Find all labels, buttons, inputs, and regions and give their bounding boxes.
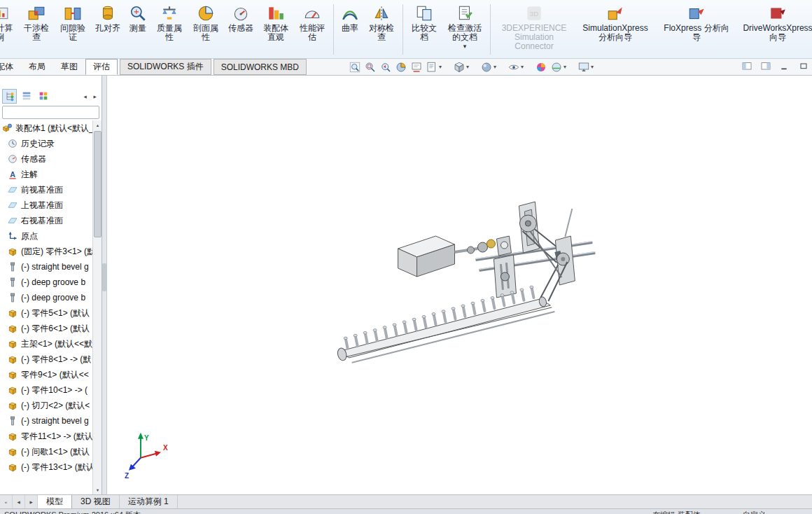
panel-tab[interactable] — [19, 89, 34, 104]
toolbar-button-label: 干涉检查 — [22, 24, 50, 42]
tab-scroll-button[interactable]: ◀ — [13, 495, 25, 508]
tree-item[interactable]: (固定) 零件3<1> (默 — [0, 244, 92, 259]
model-tab[interactable]: 运动算例 1 — [120, 495, 178, 508]
part-icon — [7, 246, 18, 257]
tree-scroll-up-button[interactable]: ▲ — [93, 120, 102, 130]
window-control-button[interactable] — [778, 60, 792, 74]
window-control-button[interactable] — [740, 60, 754, 74]
tree-item[interactable]: (-) 切刀<2> (默认< — [0, 398, 92, 413]
toolbar-button[interactable]: 传感器 — [224, 4, 258, 33]
tree-item[interactable]: (-) 零件13<1> (默认 — [0, 459, 92, 475]
tree-item[interactable]: (-) 间歇1<1> (默认 — [0, 444, 92, 459]
toolbar-button[interactable]: 3D 3DEXPERIENCE Simulation Connector — [493, 4, 575, 51]
ribbon-tab[interactable]: SOLIDWORKS 插件 — [120, 59, 211, 75]
ribbon-tab-label: 评估 — [93, 61, 110, 73]
3d-drawing-view-icon — [426, 61, 438, 74]
ribbon-tab[interactable]: 布局 — [21, 59, 53, 75]
toolbar-button[interactable]: 剖面属性 — [188, 4, 224, 42]
tree-item[interactable]: 上视基准面 — [0, 197, 92, 213]
part-icon — [7, 338, 18, 349]
svg-text:3D: 3D — [530, 10, 538, 18]
toolbar-button[interactable]: 孔对齐 — [91, 4, 125, 33]
ribbon-tab[interactable]: SOLIDWORKS MBD — [214, 59, 307, 75]
toolbar-button[interactable]: 检查激活的文档 — [442, 4, 491, 55]
ribbon-tab[interactable]: 评估 — [85, 59, 118, 75]
tree-item[interactable]: 右视基准面 — [0, 213, 92, 228]
heads-up-button[interactable] — [424, 61, 443, 74]
ribbon-tab[interactable]: 草图 — [53, 59, 85, 75]
apply-scene-icon — [550, 61, 563, 74]
heads-up-button[interactable] — [451, 61, 470, 74]
tree-item[interactable]: (-) deep groove b — [0, 275, 92, 290]
ribbon-tab[interactable]: 装配体 — [0, 59, 21, 75]
heads-up-button[interactable] — [409, 61, 424, 74]
toolbar-button[interactable]: 对称检查 — [363, 4, 403, 55]
driveworksxpress-icon — [769, 4, 787, 22]
tree-item[interactable]: (-) 零件6<1> (默认 — [0, 321, 92, 336]
status-customize-link[interactable]: 自定义 — [743, 510, 766, 514]
assembly-model[interactable]: Y X Z — [107, 76, 812, 494]
panel-splitter[interactable] — [102, 76, 107, 494]
tree-item[interactable]: 原点 — [0, 228, 92, 244]
toolbar-button[interactable]: 装配体直观 — [258, 4, 294, 42]
toolbar-button[interactable]: 质量属性 — [151, 4, 188, 42]
heads-up-button[interactable] — [363, 61, 378, 74]
toolbar-button[interactable]: 曲率 — [337, 4, 363, 33]
toolbar-button[interactable]: DriveWorksXpress 向导 — [737, 4, 812, 42]
feature-manager-tree-icon — [4, 90, 15, 102]
graphics-viewport[interactable]: Y X Z — [107, 76, 812, 494]
tree-scroll-down-button[interactable]: ▼ — [93, 485, 102, 494]
panel-tab-scroll-button[interactable]: ◀ — [80, 90, 90, 102]
svg-text:A: A — [10, 170, 15, 179]
tree-item[interactable]: 零件9<1> (默认<< — [0, 367, 92, 382]
panel-splitter-grip[interactable] — [102, 263, 106, 291]
tree-item[interactable]: 主架<1> (默认<<默 — [0, 336, 92, 352]
window-control-button[interactable] — [759, 60, 773, 74]
tree-item[interactable]: 装配体1 (默认<默认_显 — [0, 120, 92, 136]
window-control-button[interactable] — [797, 60, 811, 74]
ribbon-tab-label: 草图 — [61, 61, 78, 73]
ribbon-tab-label: SOLIDWORKS 插件 — [127, 61, 204, 73]
tree-item[interactable]: (-) 零件10<1> -> ( — [0, 382, 92, 398]
toolbar-button[interactable]: 间隙验证 — [55, 4, 91, 42]
panel-tab[interactable] — [36, 89, 50, 104]
tree-item[interactable]: 历史记录 — [0, 136, 92, 151]
toolbar-button[interactable]: 设计算例 — [0, 4, 18, 42]
panel-tab-scroll-button[interactable]: ▶ — [90, 90, 99, 102]
heads-up-button[interactable] — [533, 61, 549, 74]
model-tab[interactable]: 3D 视图 — [72, 495, 120, 508]
toolbar-button-label: 比较文档 — [410, 24, 438, 42]
toolbar-button[interactable]: SimulationXpress 分析向导 — [575, 4, 656, 42]
model-tab[interactable]: 模型 — [38, 495, 72, 508]
tree-item[interactable]: (-) deep groove b — [0, 290, 92, 305]
heads-up-button[interactable] — [506, 61, 525, 74]
heads-up-button[interactable] — [549, 61, 568, 74]
tree-item[interactable]: (-) straight bevel g — [0, 259, 92, 275]
toolbar-button[interactable]: 测量 — [125, 4, 151, 33]
part-icon — [7, 384, 18, 396]
tab-scroll-button[interactable]: ▶ — [25, 495, 38, 508]
minimize-window-icon — [779, 61, 790, 72]
toolbar-button-label: 剖面属性 — [192, 24, 220, 42]
heads-up-button[interactable] — [479, 61, 498, 74]
toolbar-button[interactable]: 比较文档 — [406, 4, 442, 42]
tab-scroll-button[interactable]: « — [0, 495, 13, 508]
panel-tab[interactable] — [2, 89, 17, 104]
heads-up-button[interactable] — [393, 61, 409, 74]
featuremanager-filter-input[interactable] — [2, 106, 99, 119]
heads-up-button[interactable] — [347, 61, 363, 74]
heads-up-button[interactable] — [576, 61, 595, 74]
toolbar-button[interactable]: 干涉检查 — [18, 4, 55, 42]
tree-item[interactable]: (-) 零件8<1> -> (默 — [0, 352, 92, 367]
heads-up-button[interactable] — [378, 61, 393, 74]
tree-item[interactable]: A 注解 — [0, 167, 92, 182]
tree-item[interactable]: 零件11<1> -> (默认 — [0, 429, 92, 444]
tree-scrollbar[interactable]: ▲ ▼ — [92, 120, 102, 494]
tree-scrollbar-thumb[interactable] — [94, 131, 102, 237]
tree-item[interactable]: (-) straight bevel g — [0, 413, 92, 429]
toolbar-button[interactable]: 性能评估 — [294, 4, 334, 55]
tree-item[interactable]: (-) 零件5<1> (默认 — [0, 305, 92, 321]
toolbar-button[interactable]: FloXpress 分析向导 — [656, 4, 737, 42]
tree-item[interactable]: 传感器 — [0, 151, 92, 167]
tree-item[interactable]: 前视基准面 — [0, 182, 92, 197]
